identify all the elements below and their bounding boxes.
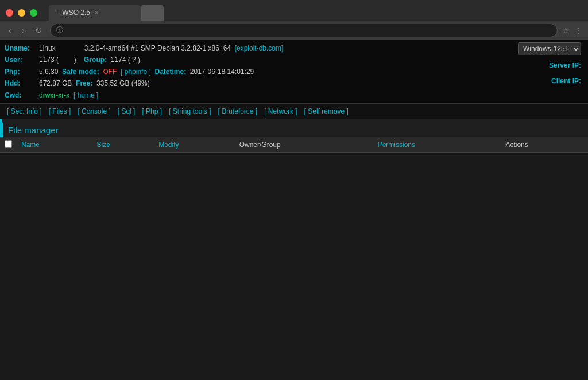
user-label: User: — [5, 54, 39, 65]
hdd-label: Hdd: — [5, 77, 39, 89]
tab-title: - WSO 2.5 — [58, 9, 90, 17]
nav-menu: [ Sec. Info ] [ Files ] [ Console ] [ Sq… — [0, 104, 588, 119]
group-label: Group: — [84, 56, 107, 64]
tab-bar: - WSO 2.5 × — [49, 5, 582, 21]
datetime-label: Datetime: — [154, 68, 186, 76]
cwd-value: drwxr-xr-x [ home ] — [39, 90, 98, 101]
php-label: Php: — [5, 66, 39, 77]
safe-mode-value: OFF — [103, 68, 117, 76]
info-right-col: Windows-1251 UTF-8 KOI8-R Server IP: Cli… — [492, 42, 583, 101]
menu-icon[interactable]: ⋮ — [574, 26, 582, 35]
info-left: Uname: Linux 3.2.0-4-amd64 #1 SMP Debian… — [5, 42, 283, 101]
column-size[interactable]: Size — [92, 137, 154, 153]
php-row: Php: 5.6.30 Safe mode: OFF [ phpinfo ] D… — [5, 66, 283, 77]
uname-row: Uname: Linux 3.2.0-4-amd64 #1 SMP Debian… — [5, 42, 283, 54]
file-manager-header: File manager — [0, 119, 588, 137]
cwd-label: Cwd: — [5, 90, 39, 101]
menu-item-files[interactable]: [ Files ] — [47, 106, 74, 117]
back-button[interactable]: ‹ — [6, 24, 14, 36]
server-ip-label: Server IP: — [549, 61, 581, 69]
safe-mode-label: Safe mode: — [62, 68, 99, 76]
minimize-button[interactable] — [18, 9, 25, 17]
forward-button[interactable]: › — [19, 24, 28, 36]
column-owner-group: Owner/Group — [235, 137, 373, 153]
system-info-section: Uname: Linux 3.2.0-4-amd64 #1 SMP Debian… — [0, 40, 588, 104]
user-row: User: 1173 ( ) Group: 1174 ( ? ) — [5, 54, 283, 65]
menu-item-console[interactable]: [ Console ] — [75, 106, 113, 117]
menu-item-sec-info[interactable]: [ Sec. Info ] — [5, 106, 44, 117]
address-bar[interactable]: ⓘ — [50, 24, 558, 37]
reload-button[interactable]: ↻ — [32, 24, 45, 37]
traffic-lights — [6, 9, 37, 17]
free-label: Free: — [76, 79, 92, 87]
menu-item-php[interactable]: [ Php ] — [140, 106, 164, 117]
title-bar: - WSO 2.5 × — [0, 0, 588, 21]
file-table-container: Name Size Modify Owner/Group Permissions… — [0, 137, 588, 153]
menu-item-bruteforce[interactable]: [ Bruteforce ] — [216, 106, 260, 117]
uname-value: Linux 3.2.0-4-amd64 #1 SMP Debian 3.2.82… — [39, 42, 283, 54]
exploit-db-link[interactable]: [exploit-db.com] — [235, 44, 284, 52]
user-value: 1173 ( ) Group: 1174 ( ? ) — [39, 54, 140, 65]
cwd-row: Cwd: drwxr-xr-x [ home ] — [5, 90, 283, 101]
client-ip-label: Client IP: — [551, 77, 581, 85]
browser-chrome: - WSO 2.5 × ‹ › ↻ ⓘ ☆ ⋮ — [0, 0, 588, 40]
phpinfo-link[interactable]: [ phpinfo ] — [121, 68, 151, 76]
menu-item-string-tools[interactable]: [ String tools ] — [167, 106, 213, 117]
menu-item-network[interactable]: [ Network ] — [262, 106, 299, 117]
encoding-select[interactable]: Windows-1251 UTF-8 KOI8-R — [518, 42, 581, 55]
close-button[interactable] — [6, 9, 13, 17]
tab-close-button[interactable]: × — [95, 9, 98, 16]
column-permissions[interactable]: Permissions — [373, 137, 501, 153]
nav-bar: ‹ › ↻ ⓘ ☆ ⋮ — [0, 21, 588, 40]
shell-content: Uname: Linux 3.2.0-4-amd64 #1 SMP Debian… — [0, 40, 588, 380]
maximize-button[interactable] — [30, 9, 37, 17]
file-table: Name Size Modify Owner/Group Permissions… — [0, 137, 588, 153]
bookmark-icon[interactable]: ☆ — [562, 26, 570, 35]
table-header-row: Name Size Modify Owner/Group Permissions… — [0, 137, 588, 153]
info-icon: ⓘ — [56, 25, 63, 35]
hdd-row: Hdd: 672.87 GB Free: 335.52 GB (49%) — [5, 77, 283, 89]
file-manager-title: File manager — [2, 123, 588, 137]
hdd-value: 672.87 GB Free: 335.52 GB (49%) — [39, 77, 150, 89]
column-modify[interactable]: Modify — [154, 137, 235, 153]
column-name[interactable]: Name — [17, 137, 92, 153]
free-value: 335.52 GB (49%) — [96, 79, 150, 87]
select-all-checkbox[interactable] — [5, 140, 12, 148]
home-link[interactable]: [ home ] — [74, 91, 98, 99]
new-tab[interactable] — [141, 5, 164, 21]
menu-item-self-remove[interactable]: [ Self remove ] — [302, 106, 351, 117]
menu-item-sql[interactable]: [ Sql ] — [115, 106, 138, 117]
datetime-value: 2017-06-18 14:01:29 — [190, 68, 254, 76]
column-actions: Actions — [501, 137, 588, 153]
php-value: 5.6.30 Safe mode: OFF [ phpinfo ] Dateti… — [39, 66, 254, 77]
uname-label: Uname: — [5, 42, 39, 54]
cwd-path: drwxr-xr-x — [39, 91, 69, 99]
select-all-header — [0, 137, 17, 153]
active-tab[interactable]: - WSO 2.5 × — [49, 5, 141, 21]
